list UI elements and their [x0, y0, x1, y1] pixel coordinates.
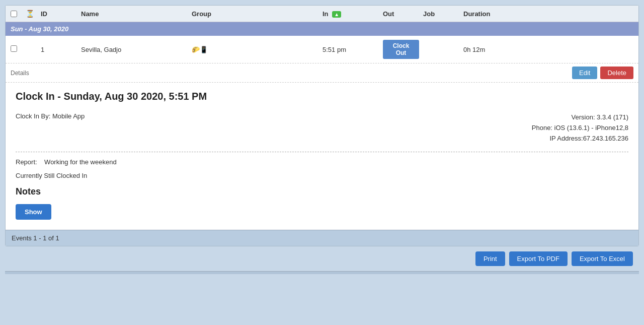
row-checkbox[interactable]	[11, 45, 17, 52]
row-checkbox-col	[9, 45, 24, 53]
header-id: ID	[39, 10, 79, 18]
date-group-label: Sun - Aug 30, 2020	[11, 25, 68, 33]
export-pdf-button[interactable]: Export To PDF	[509, 251, 568, 266]
export-excel-button[interactable]: Export To Excel	[572, 251, 633, 266]
ip-text: IP Address:67.243.165.236	[532, 134, 628, 144]
row-time-in: 5:51 pm	[320, 46, 381, 53]
bottom-border	[5, 271, 639, 274]
header-duration: Duration	[461, 10, 522, 18]
header-in: In ▲	[320, 10, 381, 18]
phone-text: Phone: iOS (13.6.1) - iPhone12,8	[532, 123, 628, 134]
row-name: Sevilla, Gadjo	[79, 46, 190, 53]
main-container: ⏳ ID Name Group In ▲ Out Job Duration Su…	[5, 5, 639, 246]
details-label: Details	[11, 70, 572, 77]
details-divider	[16, 152, 628, 152]
group-icons: 🌮📱	[192, 46, 208, 53]
report-row: Report: Working for the weekend	[16, 158, 628, 166]
table-row: 1 Sevilla, Gadjo 🌮📱 5:51 pm Clock Out 0h…	[6, 36, 638, 63]
report-label: Report:	[16, 158, 37, 166]
report-value: Working for the weekend	[44, 158, 117, 166]
clock-out-button[interactable]: Clock Out	[383, 40, 419, 59]
version-info: Version: 3.3.4 (171) Phone: iOS (13.6.1)…	[532, 112, 628, 144]
row-duration: 0h 12m	[461, 46, 522, 53]
show-button[interactable]: Show	[16, 204, 51, 220]
header-checkbox-col	[9, 11, 24, 17]
header-out: Out	[381, 10, 421, 18]
date-group-row: Sun - Aug 30, 2020	[6, 22, 638, 36]
details-info-row: Clock In By: Mobile App Version: 3.3.4 (…	[16, 112, 628, 144]
delete-button[interactable]: Delete	[600, 67, 633, 79]
select-all-checkbox[interactable]	[11, 11, 17, 17]
print-button[interactable]: Print	[475, 251, 505, 266]
header-name: Name	[79, 10, 190, 18]
events-count: Events 1 - 1 of 1	[12, 234, 59, 242]
header-group: Group	[190, 10, 320, 18]
details-actions: Edit Delete	[572, 67, 633, 79]
row-clock-out-col: Clock Out	[381, 40, 421, 59]
header-job: Job	[421, 10, 461, 18]
details-header-row: Details Edit Delete	[6, 63, 638, 83]
sort-arrow-icon: ▲	[332, 11, 341, 18]
still-clocked-text: Currently Still Clocked In	[16, 172, 628, 179]
version-text: Version: 3.3.4 (171)	[532, 112, 628, 123]
row-group: 🌮📱	[190, 46, 320, 53]
row-id: 1	[39, 46, 79, 53]
clock-in-title: Clock In - Sunday, Aug 30 2020, 5:51 PM	[16, 91, 628, 102]
clock-in-by: Clock In By: Mobile App	[16, 112, 85, 120]
footer-row: Events 1 - 1 of 1	[6, 230, 638, 246]
details-content: Clock In - Sunday, Aug 30 2020, 5:51 PM …	[6, 83, 638, 230]
edit-button[interactable]: Edit	[572, 67, 597, 79]
timer-icon: ⏳	[26, 10, 34, 18]
table-header: ⏳ ID Name Group In ▲ Out Job Duration	[6, 6, 638, 22]
action-bar: Print Export To PDF Export To Excel	[5, 246, 639, 271]
header-timer-col: ⏳	[24, 10, 39, 18]
notes-title: Notes	[16, 186, 628, 197]
